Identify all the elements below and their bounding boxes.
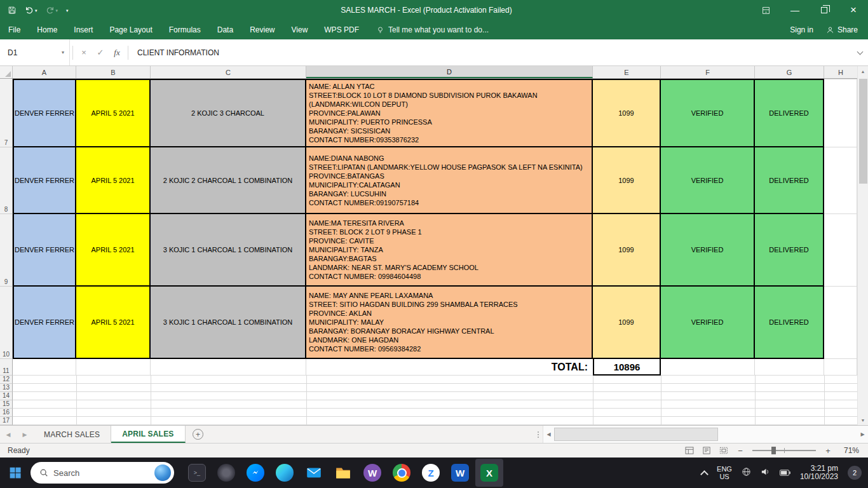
cell-d8-client-info[interactable]: NAME:DIANA NABONG STREET:LIPATAN (LANDMA… [306,147,593,214]
column-header-e[interactable]: E [593,66,661,78]
app-icon-zoom[interactable]: Z [417,459,445,487]
row-header-14[interactable]: 14 [0,392,13,400]
row-header-12[interactable]: 12 [0,376,13,384]
app-icon-wordpress[interactable]: W [358,459,386,487]
sheet-nav-next-icon[interactable]: ▶ [17,426,33,443]
zoom-out-button[interactable]: − [736,446,744,456]
ribbon-tab-page-layout[interactable]: Page Layout [101,20,160,39]
app-icon-edge[interactable] [271,459,299,487]
column-header-a[interactable]: A [13,66,76,78]
column-header-f[interactable]: F [661,66,755,78]
cell-b8-date[interactable]: APRIL 5 2021 [76,147,151,214]
cell-c8-order[interactable]: 2 KOJIC 2 CHARCOAL 1 COMBINATION [151,147,306,214]
cell-d10-client-info[interactable]: NAME: MAY ANNE PEARL LAXAMANA STREET: SI… [306,287,593,359]
clock[interactable]: 3:21 pm 10/10/2023 [800,464,838,481]
cell-g10-delivery[interactable]: DELIVERED [755,287,824,359]
cell-h8[interactable] [824,147,857,214]
cell-g11[interactable] [755,359,824,376]
total-label-cell[interactable]: TOTAL: [306,359,593,376]
app-icon-tor-browser[interactable] [212,459,240,487]
name-box[interactable]: D1 ▾ [0,39,70,65]
tell-me-box[interactable]: Tell me what you want to do... [376,25,489,34]
empty-cells-row-15[interactable] [13,400,857,409]
zoom-slider-thumb[interactable] [771,447,776,454]
cell-h7[interactable] [824,79,857,147]
minimize-button[interactable]: — [780,0,810,20]
cell-c7-order[interactable]: 2 KOJIC 3 CHARCOAL [151,79,306,147]
row-header-10[interactable]: 10 [0,287,13,359]
cell-a10-agent[interactable]: DENVER FERRER [13,287,76,359]
zoom-level-label[interactable]: 71% [840,446,859,455]
ribbon-tab-home[interactable]: Home [29,20,65,39]
app-icon-command-prompt[interactable]: >_ [183,459,211,487]
cancel-button[interactable]: × [76,48,92,57]
app-icon-messenger[interactable] [241,459,269,487]
start-button[interactable] [0,458,31,488]
vertical-scrollbar[interactable]: ▲ ▼ [857,66,868,425]
insert-function-button[interactable]: fx [109,48,125,58]
battery-icon[interactable] [780,467,790,478]
close-button[interactable]: × [839,0,868,20]
row-header-8[interactable]: 8 [0,147,13,214]
enter-button[interactable]: ✓ [92,48,109,57]
notification-count-badge[interactable]: 2 [848,466,862,480]
empty-cells-row-17[interactable] [13,417,857,425]
cell-h9[interactable] [824,214,857,287]
cell-h10[interactable] [824,287,857,359]
search-highlights-icon[interactable] [154,464,171,481]
cell-g9-delivery[interactable]: DELIVERED [755,214,824,287]
sheet-tab-march-sales[interactable]: MARCH SALES [33,426,111,443]
column-header-d-selected[interactable]: D [306,66,593,78]
cell-a11[interactable] [13,359,76,376]
volume-icon[interactable] [761,467,770,479]
hidden-icons-chevron[interactable] [700,470,709,478]
cell-f10-status[interactable]: VERIFIED [661,287,755,359]
row-header-11[interactable]: 11 [0,359,13,376]
vertical-scrollbar-thumb[interactable] [859,79,867,184]
ribbon-display-options-button[interactable] [751,0,780,20]
app-icon-outlook[interactable] [300,459,328,487]
save-button[interactable] [8,6,17,15]
ribbon-tab-formulas[interactable]: Formulas [161,20,209,39]
ribbon-tab-view[interactable]: View [283,20,316,39]
network-icon[interactable] [742,467,751,479]
ribbon-tab-file[interactable]: File [0,20,29,39]
ribbon-tab-review[interactable]: Review [241,20,283,39]
normal-view-button[interactable] [685,447,694,454]
cell-f11[interactable] [661,359,755,376]
new-sheet-button[interactable]: + [186,426,211,443]
cell-c11[interactable] [151,359,306,376]
app-icon-file-explorer[interactable] [329,459,357,487]
cell-b7-date[interactable]: APRIL 5 2021 [76,79,151,147]
total-value-cell[interactable]: 10896 [593,359,661,376]
column-header-g[interactable]: G [755,66,824,78]
cell-b10-date[interactable]: APRIL 5 2021 [76,287,151,359]
hscroll-left-icon[interactable]: ◀ [543,431,554,437]
restore-button[interactable] [810,0,839,20]
column-header-c[interactable]: C [151,66,306,78]
sign-in-link[interactable]: Sign in [790,25,813,34]
customize-quick-access-button[interactable]: ▾ [66,8,69,13]
row-header-9[interactable]: 9 [0,214,13,287]
cell-e10-amount[interactable]: 1099 [593,287,661,359]
cell-e8-amount[interactable]: 1099 [593,147,661,214]
cell-a8-agent[interactable]: DENVER FERRER [13,147,76,214]
undo-button[interactable]: ▾ [25,6,37,15]
row-header-13[interactable]: 13 [0,384,13,392]
select-all-corner[interactable] [0,66,13,78]
cell-d7-client-info[interactable]: NAME: ALLAN YTAC STREET:BLOCK 10 LOT 8 D… [306,79,593,147]
ribbon-tab-insert[interactable]: Insert [65,20,101,39]
cell-f9-status[interactable]: VERIFIED [661,214,755,287]
empty-cells-row-14[interactable] [13,392,857,400]
hscroll-right-icon[interactable]: ▶ [857,431,868,437]
cell-a9-agent[interactable]: DENVER FERRER [13,214,76,287]
cell-c9-order[interactable]: 3 KOJIC 1 CHARCOAL 1 COMBINATION [151,214,306,287]
cell-e9-amount[interactable]: 1099 [593,214,661,287]
scroll-down-icon[interactable]: ▼ [858,415,868,425]
sheet-tab-april-sales[interactable]: APRIL SALES [111,426,185,443]
cell-h11[interactable] [824,359,857,376]
page-break-preview-button[interactable] [719,447,728,454]
scroll-up-icon[interactable]: ▲ [858,66,868,76]
cell-g8-delivery[interactable]: DELIVERED [755,147,824,214]
formula-input[interactable]: CLIENT INFORMATION [131,48,851,57]
